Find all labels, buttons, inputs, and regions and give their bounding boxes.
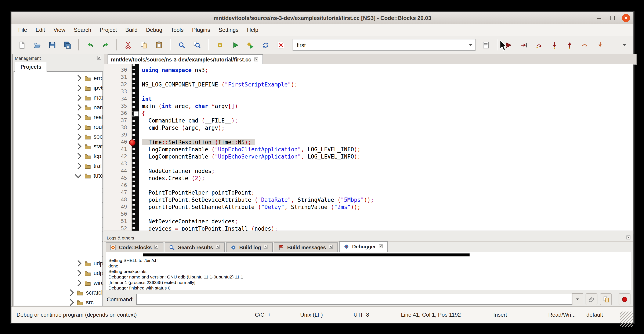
save-button[interactable] bbox=[46, 39, 58, 51]
line-number[interactable]: 40 bbox=[104, 139, 131, 146]
code-line[interactable]: pointToPoint.SetDeviceAttribute ("DataRa… bbox=[142, 196, 633, 203]
menu-tools[interactable]: Tools bbox=[166, 24, 188, 36]
management-close-button[interactable] bbox=[97, 55, 102, 61]
line-number[interactable]: 51 bbox=[104, 218, 131, 225]
resize-grip[interactable] bbox=[620, 311, 633, 327]
paste-button[interactable] bbox=[153, 39, 165, 51]
logs-tab-search-results[interactable]: Search results bbox=[165, 242, 225, 252]
line-number[interactable]: 49 bbox=[104, 203, 131, 211]
run-button[interactable] bbox=[229, 39, 241, 51]
logs-tab-build-messages[interactable]: Build messages bbox=[274, 242, 338, 252]
menu-edit[interactable]: Edit bbox=[31, 24, 49, 36]
redo-button[interactable] bbox=[100, 39, 111, 51]
line-number[interactable]: 32 bbox=[104, 81, 131, 88]
menu-debug[interactable]: Debug bbox=[142, 24, 166, 36]
expand-arrow-icon[interactable] bbox=[75, 279, 81, 286]
logs-tab-close-button[interactable] bbox=[378, 244, 384, 249]
line-number[interactable]: 43 bbox=[104, 160, 131, 167]
code-line[interactable]: LogComponentEnable ("UdpEchoClientApplic… bbox=[142, 146, 633, 153]
line-number[interactable]: 35 bbox=[104, 103, 131, 110]
build-target-combo[interactable]: first bbox=[292, 39, 476, 51]
expand-arrow-icon[interactable] bbox=[67, 299, 74, 305]
editor-tab-close-button[interactable] bbox=[254, 57, 260, 62]
tree-item-erro[interactable]: erro bbox=[14, 73, 102, 83]
line-number[interactable]: 41 bbox=[104, 146, 131, 153]
close-button[interactable]: ✕ bbox=[622, 14, 630, 22]
maximize-button[interactable] bbox=[608, 14, 616, 22]
tree-item-ipv6[interactable]: ipv6 bbox=[14, 83, 102, 93]
expand-arrow-icon[interactable] bbox=[75, 260, 81, 267]
tree-item-he[interactable]: he bbox=[14, 210, 102, 220]
tree-item-fir[interactable]: fir bbox=[14, 190, 102, 200]
line-number[interactable]: 42 bbox=[104, 153, 131, 160]
expand-arrow-icon[interactable] bbox=[75, 163, 81, 169]
logs-tab-debugger[interactable]: Debugger bbox=[339, 241, 388, 252]
expand-arrow-icon[interactable] bbox=[75, 114, 81, 120]
find-in-files-button[interactable] bbox=[191, 39, 203, 51]
attach-button[interactable] bbox=[586, 293, 598, 305]
line-number[interactable]: 39 bbox=[104, 131, 131, 139]
stop-debugger-button[interactable] bbox=[618, 293, 630, 305]
logs-tab-close-button[interactable] bbox=[264, 245, 269, 250]
code-line[interactable]: pointToPoint.SetChannelAttribute ("Delay… bbox=[142, 203, 633, 211]
tree-item-scratch[interactable]: scratch bbox=[14, 288, 102, 297]
code-line[interactable]: main (int argc, char *argv[]) bbox=[142, 103, 633, 110]
code-line[interactable]: LogComponentEnable ("UdpEchoServerApplic… bbox=[142, 153, 633, 160]
tab-projects[interactable]: Projects bbox=[15, 62, 47, 72]
fold-margin[interactable] bbox=[132, 64, 139, 231]
menu-settings[interactable]: Settings bbox=[214, 24, 242, 36]
code-line[interactable]: CommandLine cmd (__FILE__); bbox=[142, 117, 633, 124]
code-line[interactable]: NodeContainer nodes; bbox=[142, 167, 633, 175]
line-number[interactable]: 48 bbox=[104, 196, 131, 203]
menu-search[interactable]: Search bbox=[70, 24, 96, 36]
debugger-log[interactable]: Setting SHELL to '/bin/sh'doneSetting br… bbox=[106, 252, 631, 290]
expand-arrow-icon[interactable] bbox=[75, 270, 81, 276]
next-instruction-button[interactable] bbox=[579, 39, 591, 51]
breakpoint-marker[interactable] bbox=[129, 139, 136, 146]
line-number[interactable]: 37 bbox=[104, 117, 131, 124]
tree-item-nam[interactable]: nam bbox=[14, 103, 102, 112]
tree-item-src[interactable]: src bbox=[14, 297, 102, 306]
toolbar-overflow-button[interactable] bbox=[618, 39, 630, 51]
minimize-button[interactable] bbox=[595, 14, 603, 22]
logs-close-button[interactable] bbox=[626, 235, 632, 240]
code-line[interactable] bbox=[142, 74, 633, 81]
logs-tab-code-blocks[interactable]: Code::Blocks bbox=[106, 242, 164, 252]
line-number[interactable]: 44 bbox=[104, 167, 131, 175]
expand-arrow-icon[interactable] bbox=[75, 75, 81, 81]
find-button[interactable] bbox=[176, 39, 188, 51]
code-line[interactable]: using namespace ns3; bbox=[142, 67, 633, 74]
code-line[interactable]: NS_LOG_COMPONENT_DEFINE ("FirstScriptExa… bbox=[142, 81, 633, 88]
abort-button[interactable] bbox=[275, 39, 287, 51]
tree-item-traf[interactable]: traf bbox=[14, 161, 102, 171]
line-number[interactable]: 33 bbox=[104, 88, 131, 95]
tree-item-fif[interactable]: fif bbox=[14, 181, 102, 190]
command-history-dropdown[interactable] bbox=[572, 293, 583, 305]
step-out-button[interactable] bbox=[564, 39, 576, 51]
expand-arrow-icon[interactable] bbox=[75, 85, 81, 91]
menu-view[interactable]: View bbox=[49, 24, 70, 36]
code-line[interactable]: Time::SetResolution (Time::NS); bbox=[142, 139, 633, 146]
debug-continue-button[interactable] bbox=[502, 39, 514, 51]
chevron-down-icon[interactable] bbox=[466, 40, 475, 50]
save-all-button[interactable] bbox=[62, 39, 73, 51]
line-number[interactable]: 38 bbox=[104, 124, 131, 131]
tree-item-real[interactable]: real bbox=[14, 112, 102, 122]
tree-item-tcp[interactable]: tcp bbox=[14, 151, 102, 161]
build-and-run-button[interactable] bbox=[244, 39, 256, 51]
expand-arrow-icon[interactable] bbox=[75, 104, 81, 111]
menu-build[interactable]: Build bbox=[121, 24, 142, 36]
tree-item-stat[interactable]: stat bbox=[14, 142, 102, 151]
titlebar[interactable]: mnt/dev/tools/source/ns-3-dev/examples/t… bbox=[12, 12, 634, 25]
line-number[interactable]: 30 bbox=[104, 67, 131, 74]
logs-tab-close-button[interactable] bbox=[216, 245, 221, 250]
tree-item-mat[interactable]: mat bbox=[14, 93, 102, 103]
expand-arrow-icon[interactable] bbox=[75, 124, 81, 130]
tree-item-th[interactable]: th bbox=[14, 249, 102, 258]
build-button[interactable] bbox=[214, 39, 226, 51]
step-into-instruction-button[interactable] bbox=[594, 39, 606, 51]
build-target-options-button[interactable] bbox=[480, 39, 492, 51]
line-number[interactable]: 31 bbox=[104, 74, 131, 81]
tree-item-six[interactable]: six bbox=[14, 239, 102, 249]
copy-button[interactable] bbox=[138, 39, 150, 51]
